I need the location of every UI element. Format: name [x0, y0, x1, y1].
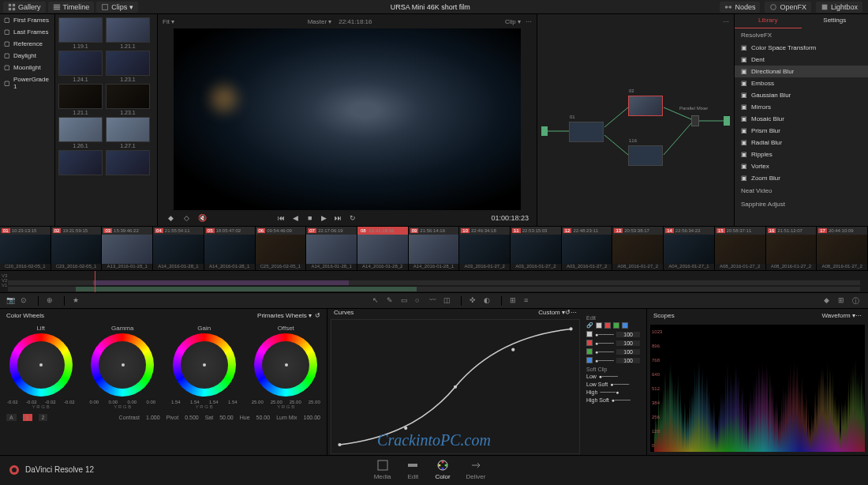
- page2-button[interactable]: 2: [39, 414, 48, 421]
- b-intensity[interactable]: [616, 358, 640, 363]
- marker-icon[interactable]: ◆: [166, 213, 175, 223]
- rect-icon[interactable]: ▭: [401, 296, 410, 306]
- timeline-clip[interactable]: 1022:46:34:18A03_2016-01-27_2: [459, 227, 511, 270]
- hue-value[interactable]: 50.00: [256, 415, 271, 420]
- play-button[interactable]: ▶: [320, 213, 329, 223]
- fx-item[interactable]: ▣Vortex: [735, 160, 868, 172]
- slider[interactable]: ●────: [595, 358, 614, 363]
- gallery-thumb[interactable]: 1.23.1: [106, 51, 150, 82]
- gallery-thumb[interactable]: 1.23.1: [106, 84, 150, 115]
- options-icon[interactable]: ⋯: [855, 312, 862, 319]
- link-icon[interactable]: 🔗: [586, 322, 593, 329]
- gallery-thumb[interactable]: 1.19.1: [58, 17, 103, 49]
- r-channel-button[interactable]: [604, 322, 611, 329]
- timeline-clip[interactable]: 0609:54:46:09C25_2016-02-05_1: [256, 227, 307, 270]
- next-clip-button[interactable]: ⏭: [334, 213, 343, 223]
- info-icon[interactable]: ⓘ: [852, 296, 862, 306]
- target-icon[interactable]: ⊙: [21, 296, 30, 306]
- gain-wheel[interactable]: [173, 333, 236, 397]
- gallery-thumb[interactable]: 1.21.1: [58, 84, 103, 115]
- gallery-thumb[interactable]: [106, 150, 150, 175]
- nodes-options-icon[interactable]: ⋯: [723, 18, 729, 25]
- loop-button[interactable]: ↻: [348, 213, 357, 223]
- sat-value[interactable]: 50.00: [219, 415, 234, 420]
- fx-item[interactable]: ▣Directional Blur: [735, 66, 868, 77]
- star-icon[interactable]: ★: [73, 296, 82, 306]
- curves-mode-dropdown[interactable]: Custom ▾: [538, 309, 565, 316]
- node-output[interactable]: [724, 116, 730, 126]
- page-edit[interactable]: Edit: [406, 459, 419, 480]
- scopes-icon[interactable]: ⊞: [838, 296, 847, 306]
- fx-item[interactable]: ▣Gaussian Blur: [735, 89, 868, 101]
- gallery-button[interactable]: Gallery: [3, 2, 46, 13]
- reset-icon[interactable]: ↺: [565, 309, 571, 316]
- mask-icon[interactable]: ◐: [484, 296, 493, 306]
- tracker-icon[interactable]: ⊞: [510, 296, 519, 306]
- fx-item[interactable]: ▣Color Space Transform: [735, 42, 868, 54]
- node-input[interactable]: [541, 126, 548, 136]
- gallery-thumb[interactable]: [58, 150, 103, 175]
- curve-icon[interactable]: 〰: [429, 296, 439, 306]
- mini-timeline[interactable]: V3 V2 V1: [0, 270, 868, 292]
- timeline-clip[interactable]: 0421:55:54:11A14_2016-01-28_1: [153, 227, 204, 270]
- prev-clip-button[interactable]: ⏮: [277, 213, 286, 223]
- fx-item[interactable]: ▣Prism Blur: [735, 125, 868, 137]
- slider[interactable]: ●────: [595, 332, 614, 337]
- mute-icon[interactable]: 🔇: [197, 213, 207, 223]
- a-button[interactable]: A: [6, 414, 17, 421]
- circle-icon[interactable]: ○: [415, 296, 425, 306]
- b-channel-button[interactable]: [622, 322, 628, 329]
- marker-icon[interactable]: ◇: [181, 213, 191, 223]
- fx-item[interactable]: ▣Mosaic Blur: [735, 113, 868, 125]
- g-intensity[interactable]: [616, 349, 640, 355]
- timeline-clip[interactable]: 1320:53:38:17A08_2016-01-27_2: [612, 227, 664, 270]
- timeline-clip[interactable]: 0110:23:13:15C20_2016-02-05_1: [0, 227, 51, 270]
- y-intensity[interactable]: [616, 332, 640, 337]
- fx-item[interactable]: ▣Radial Blur: [735, 137, 868, 149]
- y-channel-button[interactable]: [596, 322, 602, 329]
- fx-item[interactable]: ▣Zoom Blur: [735, 172, 868, 184]
- step-back-button[interactable]: ◀: [291, 213, 301, 223]
- fx-item[interactable]: ▣Dent: [735, 54, 868, 66]
- slider[interactable]: ●────: [595, 349, 614, 355]
- timeline-clip[interactable]: 1720:44:10:09A08_2016-01-27_2: [817, 227, 868, 270]
- master-dropdown[interactable]: Master: [308, 18, 327, 25]
- slider[interactable]: ●────: [610, 382, 629, 387]
- slider[interactable]: ●────: [599, 374, 618, 379]
- timeline-clip[interactable]: 0921:56:14:16A14_2016-01-28_1: [409, 227, 460, 270]
- page-deliver[interactable]: Deliver: [466, 459, 486, 480]
- node[interactable]: 116: [628, 145, 663, 166]
- timeline-clip[interactable]: 0722:17:06:19A14_2016-01-28_1: [306, 227, 357, 270]
- cursor-icon[interactable]: ↖: [372, 296, 382, 306]
- gamma-wheel[interactable]: [91, 333, 154, 397]
- curves-canvas[interactable]: [331, 319, 580, 454]
- slider[interactable]: ●────: [595, 340, 614, 346]
- nodes-button[interactable]: Nodes: [720, 2, 760, 13]
- options-icon[interactable]: ⋯: [571, 309, 577, 316]
- timeline-button[interactable]: Timeline: [48, 2, 95, 13]
- offset-wheel[interactable]: [254, 333, 317, 397]
- g-channel-button[interactable]: [613, 322, 619, 329]
- camera-icon[interactable]: 📷: [6, 296, 16, 306]
- sidebar-item-reference[interactable]: ▢Reference: [0, 38, 54, 50]
- gallery-thumb[interactable]: 1.26.1: [58, 117, 103, 149]
- sidebar-item-daylight[interactable]: ▢Daylight: [0, 50, 54, 62]
- timeline-clip[interactable]: 1122:53:15:03A03_2016-01-27_2: [511, 227, 562, 270]
- r-intensity[interactable]: [616, 340, 640, 346]
- lightbox-button[interactable]: Lightbox: [816, 2, 862, 13]
- sidebar-item-moonlight[interactable]: ▢Moonlight: [0, 62, 54, 73]
- gallery-thumb[interactable]: 1.24.1: [58, 51, 103, 82]
- sidebar-item-powergrade[interactable]: ▢PowerGrade 1: [0, 73, 54, 92]
- slider[interactable]: ────●: [600, 389, 619, 395]
- nodes-canvas[interactable]: 01 02 116 Parallel Mixer: [537, 28, 734, 218]
- gradient-icon[interactable]: ◫: [443, 296, 453, 306]
- timeline-clip[interactable]: 0518:05:47:02A14_2016-01-28_1: [204, 227, 256, 270]
- waveform-scope[interactable]: 1023 896 768 640 512 384 256 128 0: [650, 325, 865, 452]
- timeline-clip[interactable]: 0822:41:18:16A14_2016-01-28_2: [357, 227, 409, 270]
- stabilize-icon[interactable]: ≡: [524, 296, 533, 306]
- slider[interactable]: ●────: [612, 397, 630, 403]
- scopes-mode-dropdown[interactable]: Waveform ▾: [822, 312, 855, 319]
- page-media[interactable]: Media: [374, 459, 391, 480]
- timeline-clip[interactable]: 0219:21:59:15C23_2016-02-05_1: [51, 227, 103, 270]
- timeline-clip[interactable]: 1422:56:34:22A04_2016-01-27_1: [664, 227, 715, 270]
